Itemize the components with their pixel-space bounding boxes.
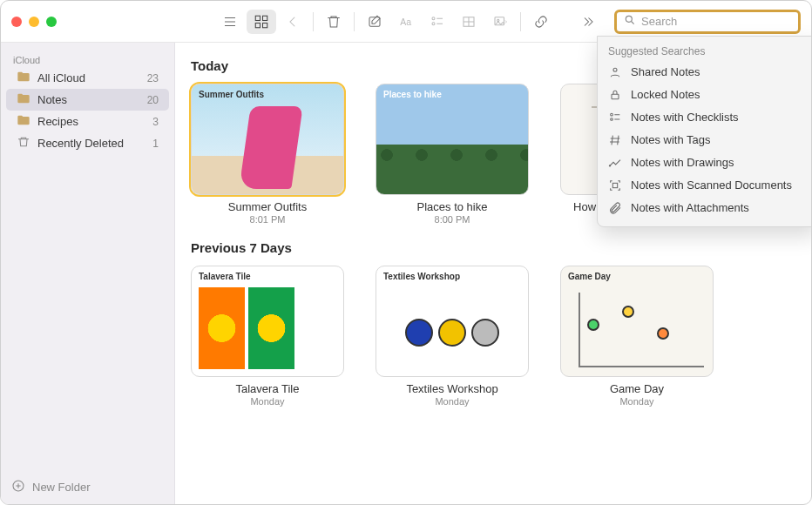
folder-icon <box>17 114 30 129</box>
note-title: Game Day <box>610 382 664 395</box>
sidebar-item-count: 23 <box>147 72 159 84</box>
svg-line-26 <box>612 135 612 145</box>
sidebar-section-heading: iCloud <box>1 50 174 67</box>
svg-rect-31 <box>612 183 617 187</box>
link-button[interactable] <box>526 10 556 34</box>
note-thumbnail: Talavera Tile <box>191 266 344 377</box>
note-subtitle: Monday <box>250 396 284 407</box>
suggestion-scanned[interactable]: Notes with Scanned Documents <box>598 174 812 197</box>
media-button[interactable] <box>485 10 515 34</box>
svg-point-30 <box>609 165 610 165</box>
note-thumbnail: Textiles Workshop <box>376 266 529 377</box>
note-card[interactable]: Places to hike Places to hike 8:00 PM <box>376 84 529 225</box>
svg-rect-6 <box>263 23 267 27</box>
sidebar-item-count: 20 <box>147 94 159 106</box>
toolbar-overflow-button[interactable] <box>572 10 602 34</box>
svg-point-22 <box>611 113 613 116</box>
folder-icon <box>17 92 30 107</box>
svg-rect-5 <box>255 23 260 27</box>
new-folder-label: New Folder <box>32 481 90 494</box>
sidebar: iCloud All iCloud 23 Notes 20 Recipes 3 … <box>1 43 175 504</box>
note-thumb-header: Talavera Tile <box>199 272 251 281</box>
delete-button[interactable] <box>319 10 348 34</box>
note-thumbnail: Summer Outfits <box>191 84 344 195</box>
svg-point-9 <box>432 17 435 19</box>
note-thumbnail: Places to hike <box>376 84 529 195</box>
note-subtitle: 8:01 PM <box>250 214 286 225</box>
search-field[interactable] <box>614 10 801 34</box>
search-container: Suggested Searches Shared Notes Locked N… <box>614 10 801 34</box>
list-view-button[interactable] <box>215 10 245 34</box>
note-card[interactable]: Game Day Game Day Monday <box>560 266 714 407</box>
search-input[interactable] <box>641 15 791 28</box>
note-thumb-header: Game Day <box>568 272 611 281</box>
sidebar-item-label: Recently Deleted <box>37 137 124 150</box>
suggestion-drawings[interactable]: Notes with Drawings <box>598 152 812 174</box>
note-thumb-header: Places to hike <box>383 90 442 99</box>
section-heading-previous: Previous 7 Days <box>191 240 811 255</box>
sidebar-item-label: All iCloud <box>37 71 85 84</box>
toolbar: Aa <box>215 10 556 34</box>
note-title: Talavera Tile <box>236 382 300 395</box>
sidebar-item-recipes[interactable]: Recipes 3 <box>6 111 169 132</box>
suggestion-checklists[interactable]: Notes with Checklists <box>598 106 812 129</box>
section-previous-grid: Talavera Tile Talavera Tile Monday Texti… <box>191 266 811 407</box>
checklist-button[interactable] <box>423 10 452 34</box>
svg-rect-4 <box>263 16 267 20</box>
app-window: Aa <box>0 0 812 505</box>
search-icon <box>624 14 636 30</box>
new-note-button[interactable] <box>360 10 389 34</box>
note-card[interactable]: Textiles Workshop Textiles Workshop Mond… <box>376 266 529 407</box>
trash-icon <box>17 136 30 151</box>
note-title: Summer Outfits <box>228 200 307 213</box>
sidebar-item-recently-deleted[interactable]: Recently Deleted 1 <box>6 132 169 154</box>
svg-line-27 <box>618 135 619 145</box>
svg-rect-21 <box>612 94 619 98</box>
note-thumbnail: Game Day <box>560 266 714 377</box>
note-card[interactable]: Talavera Tile Talavera Tile Monday <box>191 266 344 407</box>
svg-text:Aa: Aa <box>400 16 411 26</box>
sidebar-item-count: 1 <box>152 138 159 150</box>
note-title: Places to hike <box>417 200 488 213</box>
gallery-view-button[interactable] <box>247 10 276 34</box>
sidebar-item-notes[interactable]: Notes 20 <box>6 89 169 111</box>
svg-point-11 <box>432 22 435 24</box>
svg-point-18 <box>626 16 632 22</box>
sidebar-item-label: Notes <box>37 93 67 106</box>
note-thumb-header: Textiles Workshop <box>383 272 460 281</box>
suggestions-heading: Suggested Searches <box>598 42 812 61</box>
note-title: Textiles Workshop <box>406 382 497 395</box>
new-folder-button[interactable]: New Folder <box>1 470 174 504</box>
format-button[interactable]: Aa <box>391 10 421 34</box>
sidebar-item-count: 3 <box>152 116 159 128</box>
note-card[interactable]: Summer Outfits Summer Outfits 8:01 PM <box>191 84 344 225</box>
table-button[interactable] <box>454 10 484 34</box>
sidebar-item-label: Recipes <box>37 115 78 128</box>
note-subtitle: 8:00 PM <box>435 214 470 225</box>
svg-point-20 <box>613 68 617 71</box>
svg-rect-3 <box>255 16 260 20</box>
note-thumb-header: Summer Outfits <box>199 90 264 99</box>
sidebar-item-all-icloud[interactable]: All iCloud 23 <box>6 67 169 89</box>
suggestion-shared-notes[interactable]: Shared Notes <box>598 61 812 84</box>
suggestion-tags[interactable]: Notes with Tags <box>598 129 812 152</box>
zoom-window-button[interactable] <box>46 17 57 27</box>
plus-circle-icon <box>11 479 25 495</box>
folder-icon <box>17 71 30 85</box>
suggestion-locked-notes[interactable]: Locked Notes <box>598 84 812 106</box>
note-subtitle: Monday <box>619 396 653 407</box>
back-button[interactable] <box>278 10 308 34</box>
svg-line-19 <box>632 21 634 24</box>
search-suggestions-popover: Suggested Searches Shared Notes Locked N… <box>597 36 812 227</box>
minimize-window-button[interactable] <box>29 17 39 27</box>
suggestion-attachments[interactable]: Notes with Attachments <box>598 197 812 219</box>
note-subtitle: Monday <box>435 396 469 407</box>
window-controls <box>11 17 57 27</box>
titlebar: Aa <box>1 1 811 43</box>
svg-point-24 <box>611 118 613 120</box>
close-window-button[interactable] <box>11 17 22 27</box>
